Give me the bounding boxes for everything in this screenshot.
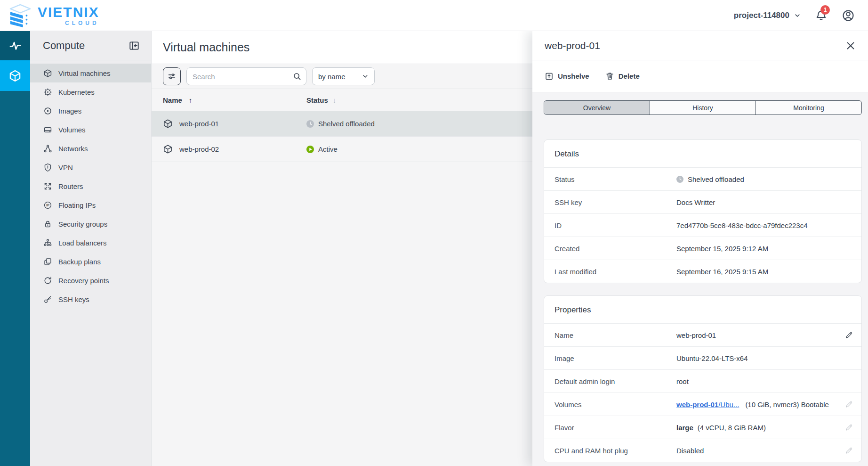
sidebar-title: Compute [43, 40, 85, 52]
properties-card: Properties Name web-prod-01 Image Ubuntu… [544, 295, 862, 462]
project-selector[interactable]: project-114800 [734, 11, 801, 20]
edit-flavor-button[interactable] [845, 424, 853, 432]
floating-ip-icon: IP [43, 201, 52, 210]
sidebar-item-security-groups[interactable]: Security groups [30, 214, 151, 233]
close-panel-button[interactable] [845, 41, 856, 51]
sidebar-item-networks[interactable]: Networks [30, 139, 151, 158]
property-row-flavor: Flavor large (4 vCPU, 8 GiB RAM) [544, 416, 861, 439]
detail-tabs: Overview History Monitoring [544, 100, 862, 115]
pencil-icon [845, 447, 853, 455]
unshelve-button[interactable]: Unshelve [545, 72, 589, 81]
hard-drive-icon [43, 125, 52, 134]
sort-desc-icon[interactable]: ↓ [333, 96, 337, 104]
top-header: VIETNIX CLOUD project-114800 1 [0, 0, 868, 31]
logo-subtitle: CLOUD [65, 20, 99, 26]
page-title: Virtual machines [163, 41, 249, 54]
column-header-name[interactable]: Name [163, 96, 182, 104]
tab-history[interactable]: History [650, 101, 755, 114]
collapse-sidebar-button[interactable] [129, 40, 140, 51]
detail-row-created: Created September 15, 2025 9:12 AM [544, 237, 861, 260]
sidebar-item-ssh-keys[interactable]: SSH keys [30, 290, 151, 309]
sidebar-item-label: Recovery points [58, 277, 109, 285]
copy-squares-icon [43, 257, 52, 266]
sidebar-item-label: Floating IPs [58, 201, 96, 209]
activity-pulse-icon [8, 39, 22, 52]
sidebar-item-floating-ips[interactable]: IP Floating IPs [30, 196, 151, 214]
sidebar-item-label: Security groups [58, 220, 107, 228]
filter-settings-button[interactable] [163, 67, 181, 85]
account-button[interactable] [842, 9, 855, 22]
shelved-clock-icon [306, 120, 314, 128]
cube-icon [43, 69, 52, 78]
status-cell: Shelved offloaded [306, 120, 375, 128]
detail-row-ssh-key: SSH key Docs Writter [544, 190, 861, 213]
tab-monitoring[interactable]: Monitoring [755, 101, 861, 114]
helm-wheel-icon [43, 88, 52, 97]
sidebar-item-backup-plans[interactable]: Backup plans [30, 252, 151, 271]
delete-button[interactable]: Delete [605, 72, 640, 81]
sidebar-item-label: Load balancers [58, 239, 107, 247]
shelved-clock-icon [676, 176, 683, 183]
sidebar: Compute Virtual machines Kubernetes Imag… [30, 31, 152, 466]
select-value: by name [318, 73, 346, 81]
vm-cube-icon [163, 144, 173, 154]
vietnix-logo: VIETNIX CLOUD [7, 4, 99, 27]
delete-label: Delete [619, 72, 640, 80]
sidebar-item-images[interactable]: Images [30, 101, 151, 120]
sidebar-item-recovery-points[interactable]: Recovery points [30, 271, 151, 290]
vm-status: Shelved offloaded [318, 120, 375, 128]
search-input[interactable] [186, 67, 306, 85]
sidebar-item-compute-strip[interactable] [0, 60, 30, 91]
tab-overview[interactable]: Overview [544, 101, 650, 114]
vm-cube-icon [163, 119, 173, 129]
sidebar-item-label: Routers [58, 182, 83, 190]
logo-wordmark: VIETNIX [38, 5, 99, 19]
sidebar-item-label: Kubernetes [58, 88, 95, 96]
app-icon-strip [0, 31, 30, 466]
property-row-image: Image Ubuntu-22.04-LTS-x64 [544, 346, 861, 369]
chevron-down-icon [794, 12, 801, 19]
svg-text:IP: IP [46, 204, 49, 207]
edit-volumes-button[interactable] [845, 401, 853, 409]
sidebar-item-label: Backup plans [58, 258, 101, 266]
load-balancer-icon [43, 238, 52, 247]
pencil-icon [845, 401, 853, 409]
sidebar-item-volumes[interactable]: Volumes [30, 120, 151, 139]
sidebar-item-vpn[interactable]: VPN [30, 158, 151, 177]
vm-name: web-prod-01 [179, 120, 219, 128]
sidebar-item-load-balancers[interactable]: Load balancers [30, 233, 151, 252]
sidebar-item-routers[interactable]: Routers [30, 177, 151, 196]
sort-asc-icon[interactable]: ↑ [189, 96, 193, 104]
unshelve-box-arrow-icon [545, 72, 554, 81]
details-card-title: Details [544, 140, 861, 167]
cube-icon [8, 69, 22, 82]
notifications-button[interactable]: 1 [815, 9, 828, 22]
detail-actions-bar: Unshelve Delete [532, 60, 868, 92]
sidebar-item-kubernetes[interactable]: Kubernetes [30, 82, 151, 101]
edit-name-button[interactable] [845, 331, 853, 339]
disc-icon [43, 106, 52, 115]
search-box [186, 67, 306, 85]
unshelve-label: Unshelve [558, 72, 589, 80]
detail-row-id: ID 7ed4770b-5ce8-483e-bdcc-a79fdec223c4 [544, 213, 861, 237]
logo-stack-icon [7, 4, 34, 27]
account-circle-icon [842, 9, 855, 22]
edit-hot-plug-button[interactable] [845, 447, 853, 455]
sliders-icon [167, 72, 177, 81]
sidebar-item-virtual-machines[interactable]: Virtual machines [30, 64, 151, 82]
vm-name: web-prod-02 [179, 145, 219, 153]
sidebar-item-label: Networks [58, 145, 88, 153]
notification-badge: 1 [820, 5, 830, 15]
volume-link[interactable]: web-prod-01/Ubu... [676, 401, 739, 409]
detail-row-status: Status Shelved offloaded [544, 167, 861, 190]
sidebar-item-label: Volumes [58, 126, 86, 134]
column-header-status[interactable]: Status [306, 96, 328, 104]
detail-panel-title: web-prod-01 [545, 40, 600, 51]
detail-row-last-modified: Last modified September 16, 2025 9:15 AM [544, 260, 861, 283]
details-card: Details Status Shelved offloaded SSH key… [544, 139, 862, 283]
sidebar-item-monitoring-strip[interactable] [0, 31, 30, 60]
active-play-icon [306, 146, 314, 153]
sidebar-item-label: Images [58, 107, 81, 115]
search-field-select[interactable]: by name [312, 67, 375, 85]
properties-card-title: Properties [544, 296, 861, 323]
